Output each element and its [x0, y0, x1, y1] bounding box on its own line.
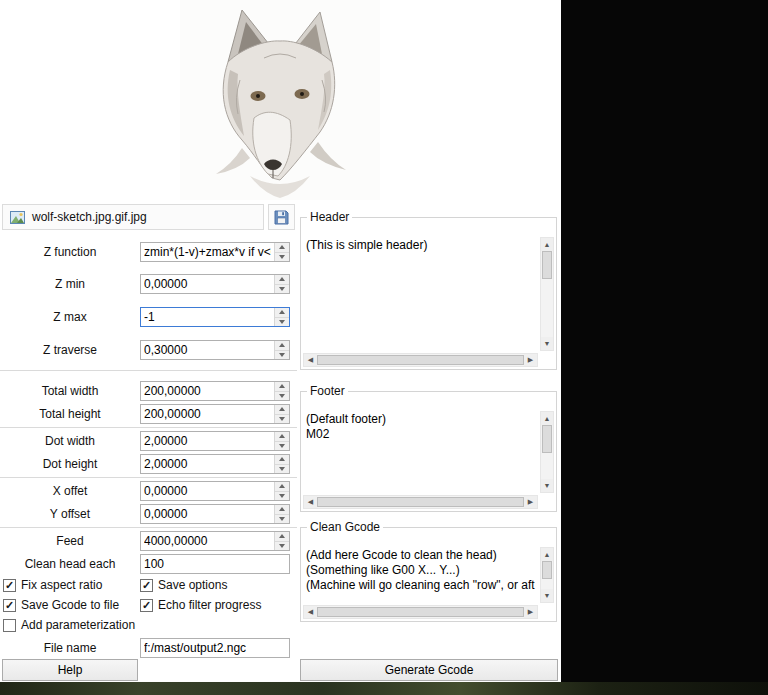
spin-up-button[interactable] [275, 308, 289, 317]
clean-gcode-vertical-scrollbar[interactable]: ▲ ▼ [540, 547, 554, 603]
clean-gcode-horizontal-scrollbar[interactable]: ◀ ▶ [303, 605, 538, 619]
scroll-left-icon[interactable]: ◀ [304, 496, 317, 508]
spin-up-button[interactable] [275, 243, 289, 252]
scrollbar-thumb[interactable] [317, 355, 524, 365]
spin-down-button[interactable] [275, 252, 289, 262]
spin-up-button[interactable] [275, 482, 289, 491]
spin-up-button[interactable] [275, 432, 289, 441]
clean-gcode-textarea[interactable]: (Add here Gcode to clean the head) (Some… [303, 547, 538, 603]
spin-down-icon [279, 394, 285, 398]
dot-height-input[interactable] [141, 455, 274, 473]
floppy-disk-icon [274, 210, 289, 225]
spin-up-icon [279, 534, 285, 538]
feed-row: Feed [0, 531, 297, 551]
scrollbar-thumb[interactable] [542, 251, 552, 279]
image-to-gcode-window: wolf-sketch.jpg.gif.jpg Z function [0, 0, 561, 682]
z-max-label: Z max [0, 310, 140, 324]
save-gcode-option[interactable]: ✓ Save Gcode to file [3, 598, 119, 612]
echo-filter-label: Echo filter progress [158, 598, 261, 612]
clean-head-each-input[interactable] [141, 555, 289, 573]
scrollbar-track[interactable] [541, 579, 553, 589]
save-options-checkbox[interactable]: ✓ [140, 579, 153, 592]
scroll-up-icon[interactable]: ▲ [541, 548, 553, 561]
scrollbar-thumb[interactable] [542, 561, 552, 579]
spin-up-button[interactable] [275, 341, 289, 350]
dot-width-input[interactable] [141, 432, 274, 450]
generate-gcode-button[interactable]: Generate Gcode [300, 659, 558, 681]
file-name-input[interactable] [141, 639, 289, 657]
scroll-down-icon[interactable]: ▼ [541, 589, 553, 602]
scrollbar-thumb[interactable] [317, 497, 524, 507]
echo-filter-option[interactable]: ✓ Echo filter progress [140, 598, 261, 612]
scrollbar-track[interactable] [541, 453, 553, 479]
total-height-row: Total height [0, 404, 297, 424]
scroll-right-icon[interactable]: ▶ [524, 354, 537, 366]
image-file-icon [10, 211, 25, 224]
header-group: Header (This is simple header) ▲ ▼ ◀ ▶ [300, 210, 557, 370]
spin-down-button[interactable] [275, 464, 289, 474]
header-vertical-scrollbar[interactable]: ▲ ▼ [540, 237, 554, 351]
spin-down-button[interactable] [275, 491, 289, 501]
spin-up-button[interactable] [275, 405, 289, 414]
scroll-up-icon[interactable]: ▲ [541, 412, 553, 425]
spin-down-button[interactable] [275, 441, 289, 451]
z-min-spinbox [140, 274, 290, 294]
scroll-up-icon[interactable]: ▲ [541, 238, 553, 251]
footer-vertical-scrollbar[interactable]: ▲ ▼ [540, 411, 554, 493]
spin-down-button[interactable] [275, 350, 289, 360]
footer-horizontal-scrollbar[interactable]: ◀ ▶ [303, 495, 538, 509]
spin-up-icon [279, 310, 285, 314]
spin-up-button[interactable] [275, 382, 289, 391]
z-max-input[interactable] [141, 308, 274, 326]
spin-up-button[interactable] [275, 505, 289, 514]
scroll-left-icon[interactable]: ◀ [304, 354, 317, 366]
clean-head-each-fieldbox [140, 554, 290, 574]
scrollbar-thumb[interactable] [317, 607, 524, 617]
spin-down-button[interactable] [275, 317, 289, 327]
y-offset-row: Y offset [0, 504, 297, 524]
spin-up-button[interactable] [275, 532, 289, 541]
fix-aspect-ratio-label: Fix aspect ratio [21, 578, 102, 592]
save-gcode-checkbox[interactable]: ✓ [3, 599, 16, 612]
z-min-input[interactable] [141, 275, 274, 293]
scrollbar-track[interactable] [541, 279, 553, 337]
add-parameterization-checkbox[interactable] [3, 619, 16, 632]
total-height-input[interactable] [141, 405, 274, 423]
z-function-input[interactable] [141, 243, 274, 261]
feed-input[interactable] [141, 532, 274, 550]
dot-height-label: Dot height [0, 457, 140, 471]
header-textarea[interactable]: (This is simple header) [303, 237, 538, 351]
total-width-input[interactable] [141, 382, 274, 400]
dot-width-label: Dot width [0, 434, 140, 448]
spin-down-button[interactable] [275, 414, 289, 424]
spin-down-button[interactable] [275, 391, 289, 401]
help-button[interactable]: Help [2, 659, 138, 681]
footer-group: Footer (Default footer) M02 ▲ ▼ ◀ ▶ [300, 384, 557, 512]
spin-down-button[interactable] [275, 514, 289, 524]
scrollbar-thumb[interactable] [542, 425, 552, 453]
scroll-left-icon[interactable]: ◀ [304, 606, 317, 618]
scroll-right-icon[interactable]: ▶ [524, 496, 537, 508]
save-image-button[interactable] [268, 204, 295, 230]
image-file-selector[interactable]: wolf-sketch.jpg.gif.jpg [2, 204, 264, 230]
add-parameterization-option[interactable]: Add parameterization [3, 618, 135, 632]
scroll-down-icon[interactable]: ▼ [541, 479, 553, 492]
spin-down-button[interactable] [275, 541, 289, 551]
fix-aspect-ratio-checkbox[interactable]: ✓ [3, 579, 16, 592]
z-traverse-input[interactable] [141, 341, 274, 359]
x-offset-input[interactable] [141, 482, 274, 500]
scroll-down-icon[interactable]: ▼ [541, 337, 553, 350]
spin-up-button[interactable] [275, 275, 289, 284]
y-offset-input[interactable] [141, 505, 274, 523]
spin-buttons [274, 482, 289, 500]
scroll-right-icon[interactable]: ▶ [524, 606, 537, 618]
add-parameterization-label: Add parameterization [21, 618, 135, 632]
save-options-option[interactable]: ✓ Save options [140, 578, 227, 592]
x-offset-row: X offet [0, 481, 297, 501]
spin-down-button[interactable] [275, 284, 289, 294]
footer-textarea[interactable]: (Default footer) M02 [303, 411, 538, 493]
header-horizontal-scrollbar[interactable]: ◀ ▶ [303, 353, 538, 367]
echo-filter-checkbox[interactable]: ✓ [140, 599, 153, 612]
fix-aspect-ratio-option[interactable]: ✓ Fix aspect ratio [3, 578, 102, 592]
spin-up-button[interactable] [275, 455, 289, 464]
